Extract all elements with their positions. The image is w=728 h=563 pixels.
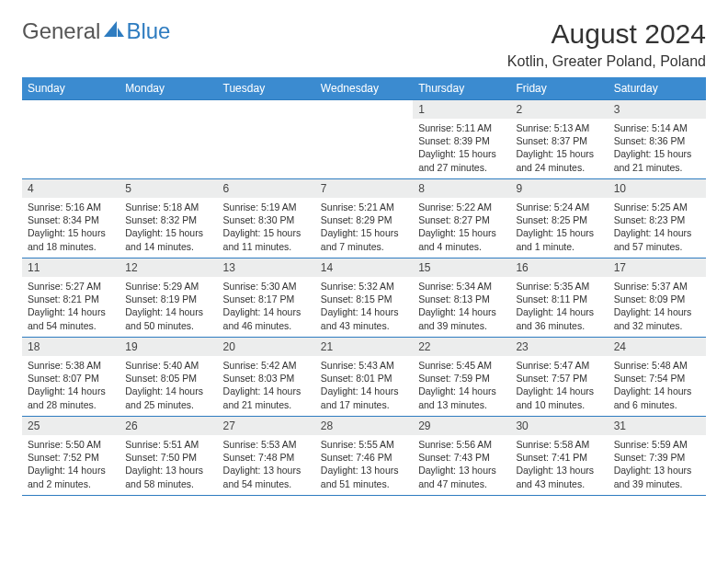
calendar-cell: 8Sunrise: 5:22 AMSunset: 8:27 PMDaylight… bbox=[413, 179, 510, 259]
calendar-cell: 23Sunrise: 5:47 AMSunset: 7:57 PMDayligh… bbox=[510, 338, 608, 417]
day-number: 4 bbox=[22, 179, 119, 198]
weekday-header: Wednesday bbox=[315, 77, 413, 100]
calendar-head: SundayMondayTuesdayWednesdayThursdayFrid… bbox=[22, 77, 706, 100]
day-number: 23 bbox=[510, 338, 608, 356]
calendar-cell: .. bbox=[218, 100, 315, 179]
day-info: Sunrise: 5:42 AMSunset: 8:03 PMDaylight:… bbox=[218, 356, 315, 415]
calendar-cell: 1Sunrise: 5:11 AMSunset: 8:39 PMDaylight… bbox=[413, 100, 510, 179]
day-info: Sunrise: 5:13 AMSunset: 8:37 PMDaylight:… bbox=[510, 119, 608, 178]
calendar-cell: 9Sunrise: 5:24 AMSunset: 8:25 PMDaylight… bbox=[510, 179, 608, 259]
logo: General Blue bbox=[22, 18, 170, 44]
day-number: 27 bbox=[218, 417, 315, 435]
logo-sail-icon bbox=[104, 20, 124, 42]
day-number: 9 bbox=[510, 179, 608, 198]
location: Kotlin, Greater Poland, Poland bbox=[507, 53, 706, 70]
day-info: Sunrise: 5:45 AMSunset: 7:59 PMDaylight:… bbox=[413, 356, 510, 415]
day-info: Sunrise: 5:11 AMSunset: 8:39 PMDaylight:… bbox=[413, 119, 510, 178]
day-number: 29 bbox=[413, 417, 510, 435]
day-info: Sunrise: 5:34 AMSunset: 8:13 PMDaylight:… bbox=[413, 277, 510, 336]
weekday-header: Thursday bbox=[413, 77, 510, 100]
day-number: 18 bbox=[22, 338, 119, 356]
day-info: Sunrise: 5:16 AMSunset: 8:34 PMDaylight:… bbox=[22, 198, 119, 257]
calendar-table: SundayMondayTuesdayWednesdayThursdayFrid… bbox=[22, 77, 706, 496]
day-number: 13 bbox=[218, 259, 315, 277]
day-number: 26 bbox=[119, 417, 217, 435]
day-number: 24 bbox=[609, 338, 706, 356]
calendar-cell: 30Sunrise: 5:58 AMSunset: 7:41 PMDayligh… bbox=[510, 417, 608, 496]
calendar-cell: 25Sunrise: 5:50 AMSunset: 7:52 PMDayligh… bbox=[22, 417, 119, 496]
calendar-cell: 21Sunrise: 5:43 AMSunset: 8:01 PMDayligh… bbox=[315, 338, 413, 417]
calendar-cell: 7Sunrise: 5:21 AMSunset: 8:29 PMDaylight… bbox=[315, 179, 413, 259]
header: General Blue August 2024 Kotlin, Greater… bbox=[22, 18, 706, 70]
day-info: Sunrise: 5:40 AMSunset: 8:05 PMDaylight:… bbox=[119, 356, 217, 415]
day-number: 16 bbox=[510, 259, 608, 277]
calendar-cell: 16Sunrise: 5:35 AMSunset: 8:11 PMDayligh… bbox=[510, 259, 608, 338]
day-number: 17 bbox=[609, 259, 706, 277]
calendar-cell: 15Sunrise: 5:34 AMSunset: 8:13 PMDayligh… bbox=[413, 259, 510, 338]
calendar-cell: 13Sunrise: 5:30 AMSunset: 8:17 PMDayligh… bbox=[218, 259, 315, 338]
day-number: 3 bbox=[609, 100, 706, 119]
day-info: Sunrise: 5:27 AMSunset: 8:21 PMDaylight:… bbox=[22, 277, 119, 336]
calendar-cell: 10Sunrise: 5:25 AMSunset: 8:23 PMDayligh… bbox=[609, 179, 706, 259]
calendar-cell: 29Sunrise: 5:56 AMSunset: 7:43 PMDayligh… bbox=[413, 417, 510, 496]
day-info: Sunrise: 5:37 AMSunset: 8:09 PMDaylight:… bbox=[609, 277, 706, 336]
calendar-cell: 18Sunrise: 5:38 AMSunset: 8:07 PMDayligh… bbox=[22, 338, 119, 417]
day-info: Sunrise: 5:21 AMSunset: 8:29 PMDaylight:… bbox=[315, 198, 413, 257]
calendar-cell: 12Sunrise: 5:29 AMSunset: 8:19 PMDayligh… bbox=[119, 259, 217, 338]
day-info: Sunrise: 5:50 AMSunset: 7:52 PMDaylight:… bbox=[22, 435, 119, 494]
calendar-cell: 6Sunrise: 5:19 AMSunset: 8:30 PMDaylight… bbox=[218, 179, 315, 259]
weekday-header: Saturday bbox=[609, 77, 706, 100]
title-block: August 2024 Kotlin, Greater Poland, Pola… bbox=[507, 18, 706, 70]
calendar-cell: .. bbox=[22, 100, 119, 179]
day-number: 12 bbox=[119, 259, 217, 277]
calendar-cell: .. bbox=[119, 100, 217, 179]
day-number: 19 bbox=[119, 338, 217, 356]
logo-text-general: General bbox=[22, 18, 100, 44]
logo-text-blue: Blue bbox=[126, 18, 170, 44]
day-info: Sunrise: 5:19 AMSunset: 8:30 PMDaylight:… bbox=[218, 198, 315, 257]
day-number: 11 bbox=[22, 259, 119, 277]
day-number: 31 bbox=[609, 417, 706, 435]
day-info: Sunrise: 5:25 AMSunset: 8:23 PMDaylight:… bbox=[609, 198, 706, 257]
calendar-cell: 27Sunrise: 5:53 AMSunset: 7:48 PMDayligh… bbox=[218, 417, 315, 496]
calendar-cell: 4Sunrise: 5:16 AMSunset: 8:34 PMDaylight… bbox=[22, 179, 119, 259]
svg-marker-1 bbox=[118, 28, 124, 37]
day-info: Sunrise: 5:29 AMSunset: 8:19 PMDaylight:… bbox=[119, 277, 217, 336]
svg-marker-0 bbox=[104, 21, 117, 37]
calendar-cell: 28Sunrise: 5:55 AMSunset: 7:46 PMDayligh… bbox=[315, 417, 413, 496]
calendar-cell: 31Sunrise: 5:59 AMSunset: 7:39 PMDayligh… bbox=[609, 417, 706, 496]
calendar-cell: .. bbox=[315, 100, 413, 179]
day-number: 20 bbox=[218, 338, 315, 356]
day-info: Sunrise: 5:30 AMSunset: 8:17 PMDaylight:… bbox=[218, 277, 315, 336]
day-info: Sunrise: 5:55 AMSunset: 7:46 PMDaylight:… bbox=[315, 435, 413, 494]
day-number: 21 bbox=[315, 338, 413, 356]
day-info: Sunrise: 5:32 AMSunset: 8:15 PMDaylight:… bbox=[315, 277, 413, 336]
day-info: Sunrise: 5:58 AMSunset: 7:41 PMDaylight:… bbox=[510, 435, 608, 494]
day-info: Sunrise: 5:59 AMSunset: 7:39 PMDaylight:… bbox=[609, 435, 706, 494]
calendar-cell: 22Sunrise: 5:45 AMSunset: 7:59 PMDayligh… bbox=[413, 338, 510, 417]
day-info: Sunrise: 5:53 AMSunset: 7:48 PMDaylight:… bbox=[218, 435, 315, 494]
day-info: Sunrise: 5:22 AMSunset: 8:27 PMDaylight:… bbox=[413, 198, 510, 257]
day-number: 25 bbox=[22, 417, 119, 435]
day-info: Sunrise: 5:56 AMSunset: 7:43 PMDaylight:… bbox=[413, 435, 510, 494]
day-info: Sunrise: 5:48 AMSunset: 7:54 PMDaylight:… bbox=[609, 356, 706, 415]
day-number: 6 bbox=[218, 179, 315, 198]
calendar-cell: 5Sunrise: 5:18 AMSunset: 8:32 PMDaylight… bbox=[119, 179, 217, 259]
day-number: 30 bbox=[510, 417, 608, 435]
day-number: 7 bbox=[315, 179, 413, 198]
day-number: 14 bbox=[315, 259, 413, 277]
calendar-body: ........1Sunrise: 5:11 AMSunset: 8:39 PM… bbox=[22, 100, 706, 496]
calendar-cell: 14Sunrise: 5:32 AMSunset: 8:15 PMDayligh… bbox=[315, 259, 413, 338]
day-info: Sunrise: 5:35 AMSunset: 8:11 PMDaylight:… bbox=[510, 277, 608, 336]
calendar-cell: 11Sunrise: 5:27 AMSunset: 8:21 PMDayligh… bbox=[22, 259, 119, 338]
month-title: August 2024 bbox=[507, 18, 706, 50]
day-number: 5 bbox=[119, 179, 217, 198]
calendar-cell: 24Sunrise: 5:48 AMSunset: 7:54 PMDayligh… bbox=[609, 338, 706, 417]
calendar-cell: 26Sunrise: 5:51 AMSunset: 7:50 PMDayligh… bbox=[119, 417, 217, 496]
day-number: 2 bbox=[510, 100, 608, 119]
day-info: Sunrise: 5:38 AMSunset: 8:07 PMDaylight:… bbox=[22, 356, 119, 415]
day-info: Sunrise: 5:43 AMSunset: 8:01 PMDaylight:… bbox=[315, 356, 413, 415]
calendar-cell: 20Sunrise: 5:42 AMSunset: 8:03 PMDayligh… bbox=[218, 338, 315, 417]
day-number: 8 bbox=[413, 179, 510, 198]
day-info: Sunrise: 5:24 AMSunset: 8:25 PMDaylight:… bbox=[510, 198, 608, 257]
